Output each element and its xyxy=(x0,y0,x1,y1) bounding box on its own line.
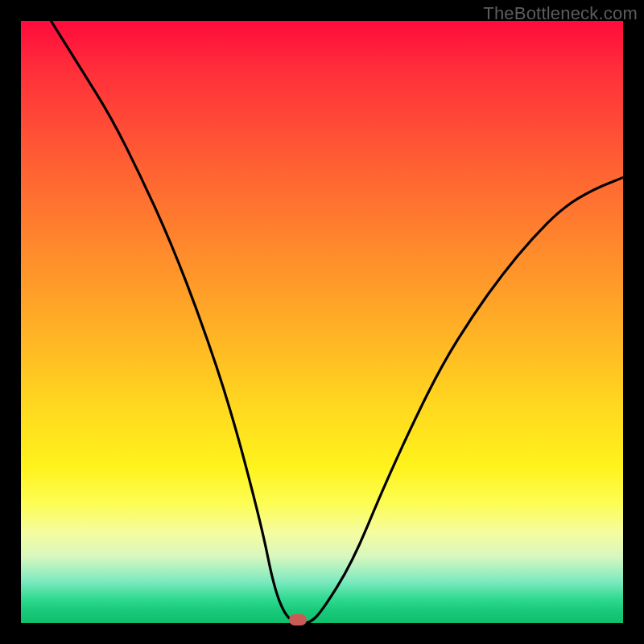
optimal-point-marker xyxy=(289,614,307,625)
bottleneck-curve xyxy=(21,21,623,623)
plot-area xyxy=(21,21,623,623)
chart-frame: TheBottleneck.com xyxy=(0,0,644,644)
watermark-text: TheBottleneck.com xyxy=(483,3,638,24)
